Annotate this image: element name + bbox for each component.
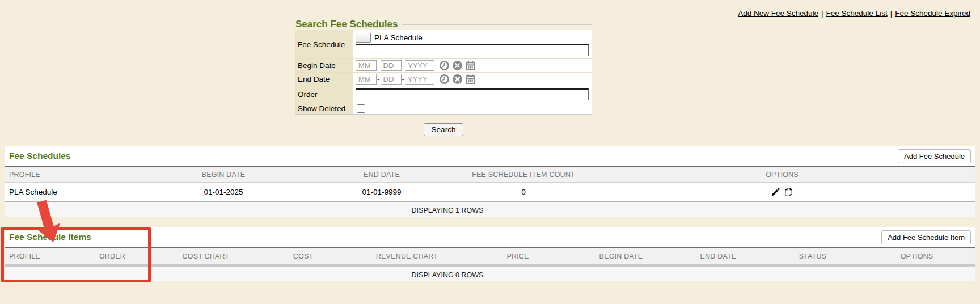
end-date-field: - - (353, 73, 592, 86)
end-date-year-input[interactable] (405, 74, 434, 85)
column-header-status: STATUS (767, 252, 858, 260)
order-input[interactable] (356, 88, 589, 100)
date-separator: - (377, 61, 380, 70)
red-arrow-annotation (0, 0, 125, 261)
calendar-icon[interactable] (465, 60, 476, 71)
end-date-month-input[interactable] (356, 74, 377, 85)
pencil-icon[interactable] (771, 187, 780, 197)
begin-date-field: - - (353, 59, 592, 73)
clear-date-icon[interactable] (452, 74, 463, 85)
fee-schedule-field: – PLA Schedule (353, 30, 592, 59)
clear-date-icon[interactable] (452, 60, 463, 71)
link-fee-schedule-expired[interactable]: Fee Schedule Expired (895, 9, 970, 18)
column-header-end-date: END DATE (305, 171, 458, 179)
selected-fee-schedule-tag: PLA Schedule (374, 33, 423, 42)
column-header-begin-date: BEGIN DATE (573, 252, 669, 260)
column-header-order: ORDER (68, 252, 157, 260)
column-header-begin-date: BEGIN DATE (142, 171, 305, 179)
order-field (353, 86, 592, 103)
begin-date-year-input[interactable] (405, 60, 434, 71)
row-begin-date: 01-01-2025 (142, 188, 305, 196)
remove-fee-schedule-tag-button[interactable]: – (356, 33, 371, 43)
column-header-cost: COST (255, 252, 351, 260)
fee-schedules-title: Fee Schedules (9, 151, 71, 161)
row-profile: PLA Schedule (5, 188, 142, 196)
show-deleted-field (353, 103, 592, 114)
search-fieldset: Search Fee Schedules Fee Schedule – PLA … (295, 19, 592, 115)
column-header-item-count: FEE SCHEDULE ITEM COUNT (458, 171, 589, 179)
fee-schedules-row-count: DISPLAYING 1 ROWS (5, 201, 975, 217)
search-button[interactable]: Search (424, 123, 464, 136)
calendar-icon[interactable] (465, 74, 476, 85)
column-header-options: OPTIONS (858, 252, 975, 260)
end-date-day-input[interactable] (381, 74, 402, 85)
column-header-options: OPTIONS (589, 171, 975, 179)
nav-separator: | (888, 9, 895, 18)
fee-schedule-items-row-count: DISPLAYING 0 ROWS (5, 264, 975, 281)
order-label: Order (295, 86, 353, 103)
search-fee-schedules-form: Search Fee Schedules Fee Schedule – PLA … (295, 19, 592, 115)
begin-date-month-input[interactable] (356, 60, 377, 71)
date-separator: - (402, 61, 405, 70)
begin-date-day-input[interactable] (381, 60, 402, 71)
column-header-profile: PROFILE (5, 171, 142, 179)
table-row: PLA Schedule 01-01-2025 01-01-9999 0 (5, 182, 975, 201)
show-deleted-checkbox[interactable] (357, 104, 365, 113)
search-form-title: Search Fee Schedules (295, 19, 402, 30)
link-add-new-fee-schedule[interactable]: Add New Fee Schedule (738, 9, 818, 18)
column-header-profile: PROFILE (5, 252, 68, 260)
fee-schedule-input[interactable] (356, 44, 589, 56)
show-deleted-label: Show Deleted (295, 103, 353, 114)
end-date-label: End Date (295, 73, 353, 86)
date-separator: - (402, 75, 405, 83)
date-separator: - (377, 75, 380, 83)
fee-schedules-panel: Fee Schedules Add Fee Schedule PROFILE B… (5, 146, 975, 217)
fee-schedule-items-title: Fee Schedule Items (9, 232, 91, 242)
fee-schedule-label: Fee Schedule (295, 30, 353, 59)
column-header-end-date: END DATE (669, 252, 767, 260)
copy-icon[interactable] (784, 187, 793, 197)
fee-schedule-items-panel: Fee Schedule Items Add Fee Schedule Item… (5, 227, 975, 281)
link-fee-schedule-list[interactable]: Fee Schedule List (826, 9, 888, 18)
nav-separator: | (818, 9, 826, 18)
add-fee-schedule-item-button[interactable]: Add Fee Schedule Item (881, 230, 971, 244)
row-item-count: 0 (458, 188, 589, 196)
fee-schedules-header-row: PROFILE BEGIN DATE END DATE FEE SCHEDULE… (5, 167, 975, 182)
row-end-date: 01-01-9999 (305, 188, 458, 196)
add-fee-schedule-button[interactable]: Add Fee Schedule (898, 149, 971, 163)
column-header-price: PRICE (463, 252, 573, 260)
clock-icon[interactable] (439, 74, 450, 85)
begin-date-label: Begin Date (295, 59, 353, 73)
clock-icon[interactable] (439, 60, 450, 71)
column-header-cost-chart: COST CHART (157, 252, 255, 260)
fee-schedule-items-header-row: PROFILE ORDER COST CHART COST REVENUE CH… (5, 248, 975, 264)
column-header-revenue-chart: REVENUE CHART (351, 252, 463, 260)
top-nav: Add New Fee Schedule|Fee Schedule List|F… (738, 9, 970, 18)
